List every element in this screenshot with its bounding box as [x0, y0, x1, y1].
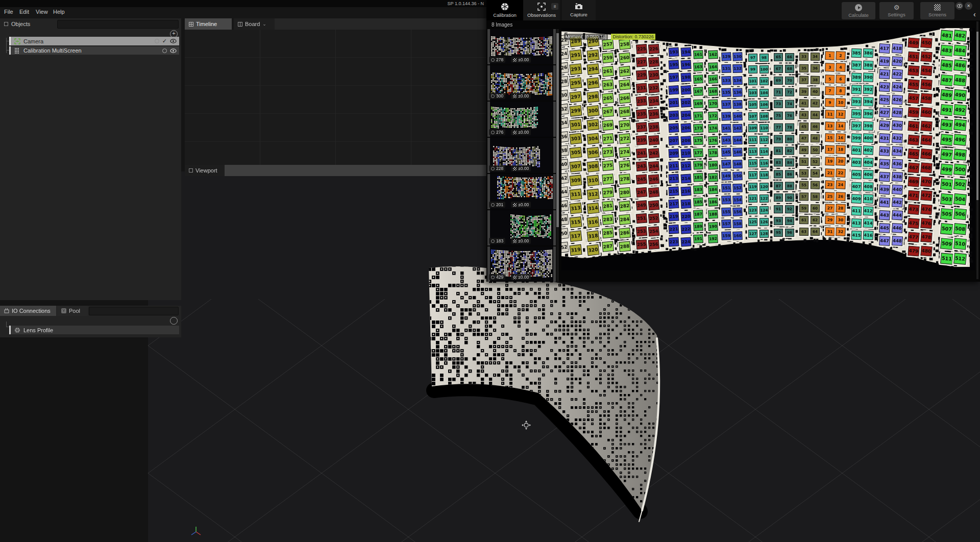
tree-row-label: Calibration MultiScreen [23, 47, 82, 54]
tab-pool[interactable]: Y Pool [57, 306, 88, 316]
tab-label: Capture [570, 12, 587, 17]
thumbnail-item[interactable]: 183 ±0.00 [487, 210, 556, 245]
image-info-moment: Moment: [0.05|0.78] [564, 34, 608, 40]
chevron-down-icon[interactable]: ⌄ [262, 21, 266, 27]
marker-count: 183 [496, 238, 503, 243]
reprojection-error: ±0.00 [518, 130, 529, 135]
tree-row-label: Lens Profile [23, 327, 53, 333]
move-gizmo-icon[interactable] [522, 421, 531, 430]
add-pool-item-button[interactable] [170, 317, 178, 325]
reprojection-error: ±0.00 [518, 166, 529, 171]
objects-filter-field[interactable] [57, 20, 179, 29]
tree-row-camera[interactable]: Camera ✓ [9, 37, 179, 45]
marker-count-icon [491, 94, 495, 98]
thumbnail-list: 278 ±0.00 300 ±0.00 276 ±0.00 228 ±0.00 … [487, 29, 556, 282]
marker-count: 228 [496, 166, 503, 171]
timeline-panel: Timeline Board ⌄ [185, 18, 486, 165]
tree-row-lens-profile[interactable]: Lens Profile [9, 326, 179, 334]
reprojection-error: ±0.00 [518, 57, 529, 62]
visibility-eye-icon[interactable] [170, 39, 177, 43]
window-title: SP 1.0.144.36 - N [0, 1, 484, 6]
enabled-check-icon[interactable]: ✓ [162, 38, 167, 44]
pool-filter-field[interactable] [89, 307, 179, 315]
viewport-checkbox-icon[interactable] [189, 168, 193, 173]
menu-file[interactable]: File [4, 9, 13, 15]
menu-bar: File Edit View Help [0, 7, 486, 18]
objects-panel-title: Objects [11, 21, 30, 27]
eye-icon [957, 4, 962, 8]
collapse-chevron-icon[interactable]: ‹ [973, 10, 976, 18]
tab-board[interactable]: Board ⌄ [234, 18, 275, 30]
image-scrollbar[interactable] [976, 21, 978, 279]
error-grid-icon [513, 276, 517, 279]
timeline-grid-icon [189, 22, 193, 27]
timeline-header-field[interactable] [275, 18, 486, 30]
camera-icon [14, 38, 20, 44]
tab-capture[interactable]: Capture [562, 0, 596, 20]
error-grid-icon [513, 239, 517, 243]
error-grid-icon [513, 203, 517, 207]
screens-button[interactable]: Screens [920, 2, 954, 19]
tab-timeline[interactable]: Timeline [185, 18, 232, 30]
lens-profile-icon [14, 327, 20, 333]
thumbnail-item[interactable]: 228 ±0.00 [487, 138, 556, 173]
menu-view[interactable]: View [36, 9, 48, 15]
marker-count-icon [491, 167, 495, 170]
marker-count: 300 [496, 93, 503, 98]
tab-label: Viewport [195, 167, 217, 174]
tree-guide [6, 38, 7, 53]
tab-io-connections[interactable]: IO Connections [0, 306, 56, 316]
image-scrollbar-thumb[interactable] [976, 32, 978, 200]
tree-row-calibration-multiscreen[interactable]: Calibration MultiScreen [9, 46, 179, 55]
tab-label: Pool [69, 308, 80, 314]
calibration-image-canvas[interactable] [561, 28, 975, 270]
thumbnail-item[interactable]: 300 ±0.00 [487, 65, 556, 101]
calculate-button[interactable]: Calculate [842, 2, 875, 19]
tree-row-label: Camera [23, 38, 43, 44]
tree-row-accent [9, 37, 11, 45]
marker-count-icon [491, 203, 495, 207]
aperture-icon [501, 3, 509, 11]
thumbnail-item[interactable]: 278 ±0.00 [487, 29, 556, 64]
tab-calibration[interactable]: Calibration [486, 0, 523, 20]
record-radio-icon[interactable] [162, 48, 167, 53]
error-grid-icon [513, 167, 517, 170]
objects-checkbox-icon[interactable] [4, 22, 8, 26]
tab-observations[interactable]: Observations 8 [523, 0, 560, 20]
tab-viewport[interactable]: Viewport [185, 165, 225, 176]
pool-icon: Y [61, 308, 66, 313]
timeline-grid-area[interactable] [185, 30, 486, 165]
visibility-eye-icon[interactable] [170, 48, 177, 53]
error-grid-icon [513, 58, 517, 62]
marker-count: 429 [496, 275, 503, 280]
image-info-distortion: Distortion: 0.730226 [611, 34, 655, 40]
thumbnail-scrollbar[interactable] [556, 29, 559, 282]
toggle-overlay-eye-button[interactable] [955, 2, 963, 10]
menu-edit[interactable]: Edit [19, 9, 29, 15]
images-count-header: 8 Images [492, 22, 512, 28]
thumbnail-item[interactable]: 201 ±0.00 [487, 174, 556, 209]
gear-icon: ⚙ [894, 4, 900, 11]
marker-count-icon [491, 276, 495, 279]
tab-label: Calibration [493, 12, 516, 18]
close-window-button[interactable]: ✕ [965, 2, 972, 10]
settings-button[interactable]: ⚙ Settings [879, 2, 914, 19]
io-connections-icon [4, 308, 9, 313]
thumbnail-item[interactable]: 276 ±0.00 [487, 102, 556, 137]
board-icon [238, 22, 242, 27]
reprojection-error: ±0.00 [518, 238, 529, 243]
app-window: SP 1.0.144.36 - N File Edit View Help Ob… [0, 0, 980, 542]
tree-guide [6, 322, 7, 327]
marker-count: 276 [496, 130, 503, 135]
record-radio-icon[interactable] [155, 39, 159, 43]
marker-count: 278 [496, 57, 503, 62]
error-grid-icon [513, 94, 517, 98]
thumbnail-scrollbar-thumb[interactable] [556, 33, 559, 227]
objects-panel-tab[interactable]: Objects [0, 18, 57, 30]
menu-help[interactable]: Help [53, 9, 65, 15]
pool-panel: IO Connections Y Pool Lens Profile [0, 306, 181, 337]
tab-label: Observations [527, 12, 556, 18]
calibration-image-area: Moment: [0.05|0.78] Distortion: 0.730226 [561, 28, 975, 270]
thumbnail-item[interactable]: 429 ±0.00 [487, 247, 556, 282]
tab-label: Board [245, 21, 260, 27]
